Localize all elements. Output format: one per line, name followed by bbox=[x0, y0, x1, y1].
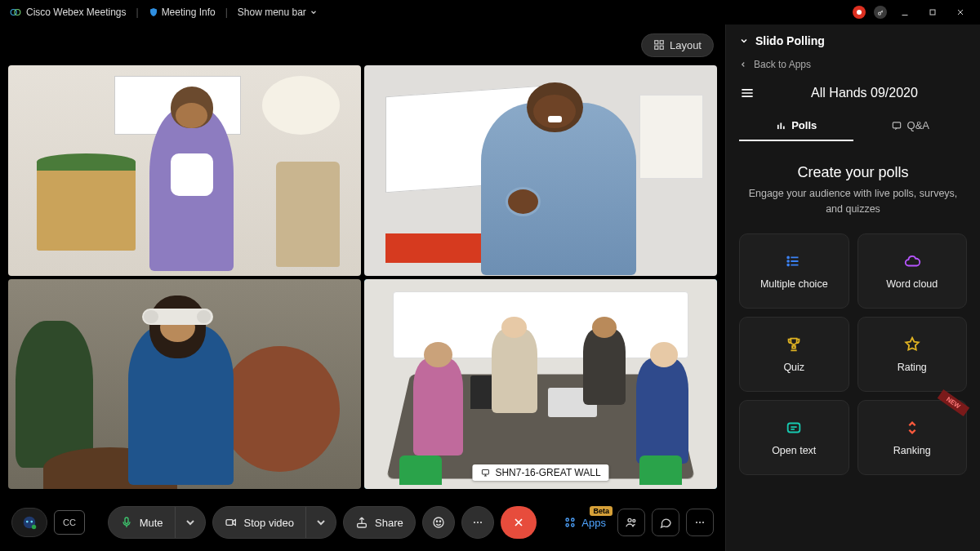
more-icon bbox=[471, 516, 484, 529]
svg-point-26 bbox=[628, 518, 631, 522]
slido-tabs: Polls Q&A bbox=[739, 111, 967, 141]
tab-polls[interactable]: Polls bbox=[739, 111, 853, 141]
mute-button[interactable]: Mute bbox=[108, 506, 206, 539]
captions-button[interactable]: CC bbox=[54, 510, 85, 535]
svg-rect-6 bbox=[655, 46, 658, 49]
beta-badge: Beta bbox=[590, 506, 612, 516]
participants-button[interactable] bbox=[617, 509, 645, 536]
svg-point-10 bbox=[26, 521, 29, 523]
cc-label: CC bbox=[63, 518, 76, 527]
svg-rect-33 bbox=[783, 126, 785, 129]
svg-point-11 bbox=[30, 521, 33, 523]
poll-type-multiple-choice[interactable]: Multiple choice bbox=[739, 233, 849, 309]
lock-indicator[interactable] bbox=[874, 6, 887, 19]
svg-point-36 bbox=[787, 260, 789, 262]
poll-type-label: Quiz bbox=[783, 362, 804, 373]
assistant-icon bbox=[20, 513, 38, 531]
layout-button[interactable]: Layout bbox=[641, 33, 714, 57]
close-button[interactable] bbox=[951, 2, 970, 22]
svg-rect-8 bbox=[482, 470, 488, 475]
more-button[interactable] bbox=[461, 506, 494, 539]
app-name: Cisco Webex Meetings bbox=[26, 7, 127, 18]
tab-qa[interactable]: Q&A bbox=[853, 111, 968, 141]
svg-rect-4 bbox=[655, 41, 658, 44]
panel-more-button[interactable] bbox=[686, 509, 714, 536]
event-title: All Hands 09/2020 bbox=[762, 86, 967, 100]
svg-point-17 bbox=[436, 521, 437, 522]
svg-rect-3 bbox=[930, 10, 935, 15]
svg-rect-31 bbox=[777, 124, 779, 128]
main-stage: Layout bbox=[0, 24, 725, 551]
show-menu-button[interactable]: Show menu bar bbox=[238, 7, 318, 18]
poll-type-quiz[interactable]: Quiz bbox=[739, 317, 849, 392]
titlebar: Cisco Webex Meetings | Meeting Info | Sh… bbox=[0, 0, 980, 24]
grid-icon bbox=[653, 39, 665, 51]
assistant-button[interactable] bbox=[11, 508, 47, 537]
reactions-button[interactable] bbox=[422, 506, 455, 539]
end-call-button[interactable] bbox=[501, 506, 537, 539]
back-to-apps[interactable]: Back to Apps bbox=[739, 59, 967, 70]
trophy-icon bbox=[785, 335, 803, 353]
layout-label: Layout bbox=[670, 39, 702, 51]
text-icon bbox=[785, 419, 803, 437]
create-heading: Create your polls bbox=[739, 164, 967, 181]
participant-nameplate: SHN7-16-GREAT WALL bbox=[472, 464, 608, 481]
chevron-left-icon bbox=[739, 60, 747, 69]
participant-tile[interactable] bbox=[364, 65, 717, 276]
apps-icon bbox=[564, 516, 577, 529]
poll-type-ranking[interactable]: NEW Ranking bbox=[858, 400, 968, 475]
minimize-button[interactable] bbox=[895, 2, 915, 22]
svg-rect-32 bbox=[781, 122, 782, 129]
video-button[interactable]: Stop video bbox=[212, 506, 336, 539]
video-grid: SHN7-16-GREAT WALL bbox=[0, 65, 725, 494]
shield-icon bbox=[149, 7, 158, 18]
svg-point-19 bbox=[474, 522, 475, 523]
svg-rect-5 bbox=[660, 41, 663, 44]
polls-icon bbox=[775, 120, 786, 131]
poll-type-open-text[interactable]: Open text bbox=[739, 400, 849, 475]
mute-options[interactable] bbox=[175, 507, 205, 538]
qa-icon bbox=[891, 120, 902, 131]
participant-name: SHN7-16-GREAT WALL bbox=[495, 467, 600, 478]
chevron-down-icon bbox=[184, 516, 197, 529]
participant-tile[interactable] bbox=[8, 65, 361, 276]
svg-rect-13 bbox=[125, 518, 128, 523]
chevron-down-icon bbox=[739, 36, 749, 46]
participant-tile-active[interactable]: SHN7-16-GREAT WALL bbox=[364, 279, 717, 490]
svg-point-30 bbox=[702, 522, 704, 523]
chevron-down-icon bbox=[310, 8, 318, 16]
svg-point-35 bbox=[787, 256, 789, 258]
record-indicator[interactable] bbox=[853, 6, 866, 19]
create-subheading: Engage your audience with live polls, su… bbox=[739, 186, 967, 217]
poll-type-word-cloud[interactable]: Word cloud bbox=[858, 233, 968, 309]
svg-point-20 bbox=[477, 522, 479, 523]
participants-icon bbox=[625, 516, 638, 529]
svg-point-25 bbox=[572, 524, 574, 527]
svg-point-37 bbox=[787, 264, 789, 265]
video-options[interactable] bbox=[305, 507, 336, 538]
svg-rect-7 bbox=[660, 46, 663, 49]
ranking-icon bbox=[903, 419, 921, 437]
poll-type-label: Ranking bbox=[893, 445, 931, 456]
maximize-button[interactable] bbox=[923, 2, 942, 22]
meeting-info-button[interactable]: Meeting Info bbox=[149, 7, 216, 18]
share-label: Share bbox=[375, 517, 403, 529]
apps-button[interactable]: Apps Beta bbox=[559, 516, 611, 529]
share-button[interactable]: Share bbox=[343, 506, 416, 539]
chat-icon bbox=[659, 516, 672, 529]
mute-label: Mute bbox=[140, 517, 163, 529]
poll-type-label: Multiple choice bbox=[760, 278, 828, 290]
menu-icon[interactable] bbox=[739, 85, 755, 101]
poll-type-label: Open text bbox=[772, 445, 816, 456]
poll-type-rating[interactable]: Rating bbox=[858, 317, 968, 392]
chat-button[interactable] bbox=[652, 509, 679, 536]
panel-collapse[interactable]: Slido Polling bbox=[739, 34, 967, 47]
svg-point-24 bbox=[566, 524, 568, 527]
poll-type-label: Word cloud bbox=[886, 278, 938, 290]
participant-tile[interactable] bbox=[8, 279, 361, 490]
app-brand: Cisco Webex Meetings bbox=[10, 7, 127, 18]
video-label: Stop video bbox=[244, 517, 294, 529]
panel-title: Slido Polling bbox=[755, 34, 825, 47]
chevron-down-icon bbox=[314, 516, 327, 529]
svg-point-21 bbox=[480, 522, 482, 523]
